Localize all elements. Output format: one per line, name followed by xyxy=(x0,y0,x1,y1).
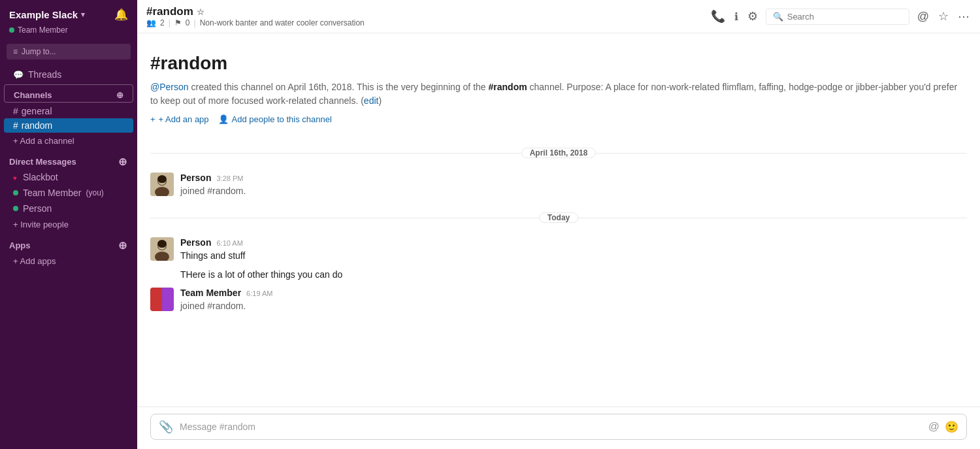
person-status-dot xyxy=(13,206,18,211)
star-channel-icon[interactable]: ☆ xyxy=(197,7,204,17)
invite-people-link[interactable]: + Invite people xyxy=(4,217,133,232)
topbar-channel-info: #random ☆ 👥 2 | ⚑ 0 | Non-work banter an… xyxy=(146,5,365,27)
input-right-icons: @ 🙂 xyxy=(928,420,958,434)
add-apps-link[interactable]: + Add apps xyxy=(4,254,133,269)
workspace-name: Example Slack xyxy=(9,9,78,20)
chevron-down-icon: ▾ xyxy=(81,10,85,19)
person-name: Person xyxy=(23,203,52,214)
creator-mention[interactable]: @Person xyxy=(150,82,189,92)
message-author-3[interactable]: Team Member xyxy=(180,288,241,298)
dm-item-slackbot[interactable]: ♥ Slackbot xyxy=(4,170,133,184)
channel-intro-description: @Person created this channel on April 16… xyxy=(150,80,967,108)
attach-icon[interactable]: 📎 xyxy=(159,420,173,434)
channel-general-label: general xyxy=(22,106,52,116)
dm-section-title: Direct Messages xyxy=(9,157,76,167)
plus-icon: + xyxy=(150,114,155,124)
hash-icon: # xyxy=(13,120,18,131)
people-icon: 👥 xyxy=(146,18,156,27)
message-row: Person 6:10 AM Things and stuff 😊 @ ↗ ☆ … xyxy=(150,233,967,267)
add-people-button[interactable]: 👤 Add people to this channel xyxy=(218,114,332,124)
person-avatar xyxy=(150,173,174,196)
more-icon[interactable]: ⋯ xyxy=(956,8,971,25)
sidebar-item-threads[interactable]: 💬 Threads xyxy=(4,67,133,82)
add-dm-icon[interactable]: ⊕ xyxy=(116,156,128,167)
svg-point-4 xyxy=(157,175,167,183)
message-author[interactable]: Person xyxy=(180,173,211,183)
sidebar: Example Slack ▾ 🔔 Team Member ≡ Jump to.… xyxy=(0,0,137,449)
slackbot-name: Slackbot xyxy=(23,172,58,182)
edit-link[interactable]: edit xyxy=(364,95,379,106)
emoji-input-icon[interactable]: 🙂 xyxy=(945,420,958,434)
divider-line xyxy=(578,218,967,218)
person-icon: 👤 xyxy=(218,114,229,124)
dm-item-person[interactable]: Person xyxy=(4,201,133,216)
team-member-name: Team Member xyxy=(23,188,81,198)
team-member-status-dot xyxy=(13,190,18,195)
message-input-area: 📎 @ 🙂 xyxy=(137,407,980,449)
dm-item-team-member[interactable]: Team Member (you) xyxy=(4,186,133,200)
user-status: Team Member xyxy=(0,25,137,41)
workspace-title[interactable]: Example Slack ▾ xyxy=(9,9,85,20)
add-channel-icon[interactable]: ⊕ xyxy=(116,90,123,100)
intro-text3: ) xyxy=(378,95,382,106)
message-row: Person 3:28 PM joined #random. xyxy=(150,169,967,202)
message-author-2[interactable]: Person xyxy=(180,237,211,248)
add-apps-label: + Add apps xyxy=(13,256,56,266)
bell-icon[interactable]: 🔔 xyxy=(114,8,128,22)
info-icon[interactable]: ℹ xyxy=(733,9,740,24)
message-body-3: Team Member 6:19 AM joined #random. xyxy=(180,288,967,313)
search-box[interactable]: 🔍 xyxy=(766,8,909,25)
message-header: Person 3:28 PM xyxy=(180,173,967,183)
channels-section-title: Channels xyxy=(14,90,52,100)
avatar-right-half xyxy=(162,288,174,311)
person-avatar-2 xyxy=(150,237,174,261)
message-time-2: 6:10 AM xyxy=(216,239,242,247)
sidebar-item-random[interactable]: # random xyxy=(4,118,133,133)
star-count-icon: ⚑ xyxy=(174,18,182,27)
phone-icon[interactable]: 📞 xyxy=(710,8,727,25)
team-role-label: Team Member xyxy=(18,25,68,35)
hash-icon: # xyxy=(13,106,18,116)
svg-point-13 xyxy=(163,246,165,248)
intro-text1: created this channel on April 16th, 2018… xyxy=(191,82,488,92)
topbar-meta: 👥 2 | ⚑ 0 | Non-work banter and water co… xyxy=(146,18,365,27)
continued-message-row: 6:10 AM THere is a lot of other things y… xyxy=(150,267,967,284)
main-content: #random ☆ 👥 2 | ⚑ 0 | Non-work banter an… xyxy=(137,0,980,449)
invite-people-label: + Invite people xyxy=(13,220,69,229)
divider-line xyxy=(150,153,521,154)
continued-timestamp: 6:10 AM xyxy=(150,268,174,282)
add-channel-link-label: + Add a channel xyxy=(13,136,74,146)
message-text: joined #random. xyxy=(180,184,967,198)
direct-messages-section-header[interactable]: Direct Messages ⊕ xyxy=(0,149,137,169)
channel-title: #random ☆ xyxy=(146,5,365,18)
search-input[interactable] xyxy=(787,12,902,22)
sidebar-item-general[interactable]: # general xyxy=(4,104,133,118)
svg-point-6 xyxy=(163,181,165,183)
date-divider-today: Today xyxy=(150,212,967,223)
star-count: 0 xyxy=(186,18,190,27)
messages-area: #random @Person created this channel on … xyxy=(137,33,980,407)
add-app-button[interactable]: + + Add an app xyxy=(150,114,209,124)
at-icon[interactable]: @ xyxy=(916,8,930,25)
add-app-icon[interactable]: ⊕ xyxy=(116,239,128,251)
team-member-you-label: (you) xyxy=(86,188,103,197)
person-avatar-svg xyxy=(150,173,174,196)
first-date-label: April 16th, 2018 xyxy=(521,148,596,158)
meta-divider: | xyxy=(169,18,171,27)
jump-to-icon: ≡ xyxy=(13,47,18,56)
topbar-actions: 📞 ℹ ⚙ 🔍 @ ☆ ⋯ xyxy=(710,8,971,25)
jump-to-button[interactable]: ≡ Jump to... xyxy=(7,44,131,59)
apps-section-header[interactable]: Apps ⊕ xyxy=(0,233,137,253)
message-time-3: 6:19 AM xyxy=(246,290,272,297)
message-time: 3:28 PM xyxy=(216,175,243,182)
channels-section-header[interactable]: Channels ⊕ xyxy=(4,84,133,103)
at-input-icon[interactable]: @ xyxy=(928,420,939,433)
message-input[interactable] xyxy=(180,422,922,432)
add-app-label: + Add an app xyxy=(159,114,209,124)
star-icon[interactable]: ☆ xyxy=(937,8,950,25)
apps-section-title: Apps xyxy=(9,241,31,250)
add-channel-link[interactable]: + Add a channel xyxy=(4,133,133,148)
settings-icon[interactable]: ⚙ xyxy=(746,8,759,25)
message-body: Person 3:28 PM joined #random. xyxy=(180,173,967,198)
jump-to-label: Jump to... xyxy=(22,47,56,56)
